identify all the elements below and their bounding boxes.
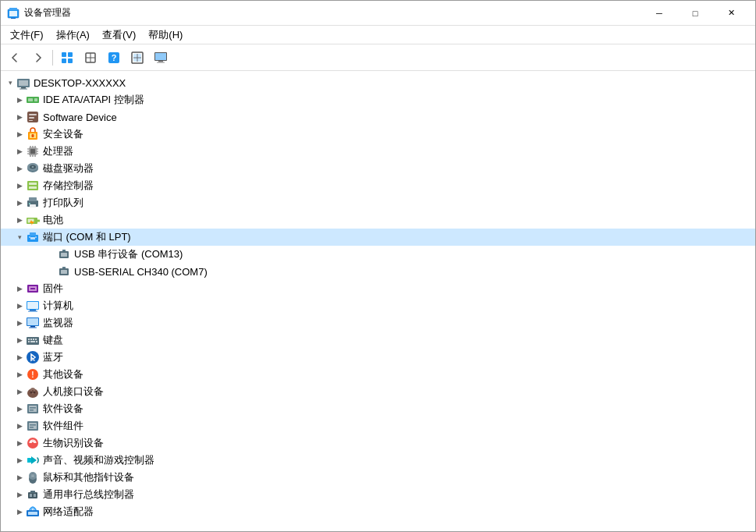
hid-icon [26, 385, 40, 399]
back-button[interactable] [4, 48, 26, 68]
svg-rect-66 [29, 236, 30, 238]
tree-item-ide[interactable]: ▶ IDE ATA/ATAPI 控制器 [1, 91, 755, 108]
svg-rect-80 [27, 318, 38, 325]
tree-item-security[interactable]: ▶ 安全设备 [1, 126, 755, 143]
mouse-expand-icon: ▶ [13, 471, 26, 484]
toolbar-btn-1[interactable] [56, 48, 78, 68]
menu-view[interactable]: 查看(V) [96, 27, 142, 44]
port-expand-icon: ▾ [13, 231, 26, 243]
tree-root[interactable]: ▾ DESKTOP-XXXXXX [1, 74, 755, 91]
svg-rect-58 [30, 204, 36, 207]
tree-item-bluetooth[interactable]: ▶ 蓝牙 [1, 349, 755, 366]
svg-rect-57 [29, 197, 37, 201]
svg-rect-74 [30, 288, 35, 289]
toolbar-btn-3[interactable] [126, 48, 148, 68]
serial-expand-icon: ▶ [13, 488, 26, 501]
tree-item-sw-component[interactable]: ▶ 软件组件 [1, 417, 755, 434]
close-button[interactable]: ✕ [713, 1, 749, 26]
tree-item-sw-device[interactable]: ▶ 软件设备 [1, 400, 755, 417]
print-expand-icon: ▶ [13, 197, 26, 209]
firmware-icon [26, 282, 40, 296]
tree-item-print[interactable]: ▶ 打印队列 [1, 194, 755, 211]
other-icon: ! [26, 367, 40, 381]
svg-rect-86 [33, 339, 34, 340]
menu-help[interactable]: 帮助(H) [142, 27, 189, 44]
tree-item-processor[interactable]: ▶ [1, 143, 755, 160]
usb1-icon [57, 247, 71, 261]
tree-item-port[interactable]: ▾ 端口 (COM 和 LPT) [1, 229, 755, 246]
monitor-expand-icon: ▶ [13, 317, 26, 329]
svg-text:?: ? [112, 53, 117, 62]
svg-rect-4 [62, 52, 66, 57]
hid-expand-icon: ▶ [13, 385, 26, 398]
toolbar-btn-2[interactable] [80, 48, 101, 68]
sw-device-expand-icon: ▶ [13, 403, 26, 415]
svg-rect-89 [30, 341, 35, 342]
svg-rect-114 [30, 494, 32, 497]
tree-item-sound[interactable]: ▶ 声音、视频和游戏控制器 [1, 452, 755, 469]
firmware-expand-icon: ▶ [13, 282, 26, 295]
maximize-button[interactable]: □ [677, 1, 713, 26]
disk-icon [26, 161, 40, 176]
other-label: 其他设备 [43, 367, 83, 381]
processor-label: 处理器 [43, 144, 73, 158]
toolbar: ? [1, 44, 755, 71]
tree-item-storage[interactable]: ▶ 存储控制器 [1, 177, 755, 194]
sw-component-icon [26, 419, 40, 433]
tree-item-software[interactable]: ▶ Software Device [1, 108, 755, 126]
svg-rect-102 [30, 410, 34, 411]
ide-label: IDE ATA/ATAPI 控制器 [43, 93, 144, 107]
svg-rect-34 [32, 134, 34, 137]
svg-rect-115 [34, 494, 36, 497]
menu-file[interactable]: 文件(F) [4, 27, 50, 44]
tree-item-serial[interactable]: ▶ 通用串行总线控制器 [1, 486, 755, 503]
menu-bar: 文件(F) 操作(A) 查看(V) 帮助(H) [1, 26, 755, 44]
monitor-label: 监视器 [43, 316, 73, 330]
svg-rect-6 [62, 59, 66, 63]
svg-point-112 [31, 474, 34, 478]
usb2-label: USB-SERIAL CH340 (COM7) [74, 266, 208, 278]
svg-rect-59 [29, 203, 30, 204]
tree-item-usb2[interactable]: ▶ USB-SERIAL CH340 (COM7) [1, 263, 755, 280]
disk-expand-icon: ▶ [13, 162, 26, 175]
port-label: 端口 (COM 和 LPT) [43, 230, 131, 244]
svg-rect-78 [28, 311, 37, 312]
svg-rect-27 [34, 98, 37, 101]
tree-item-other[interactable]: ▶ ! 其他设备 [1, 366, 755, 383]
svg-rect-88 [28, 341, 30, 342]
device-tree[interactable]: ▾ DESKTOP-XXXXXX ▶ [1, 71, 755, 531]
tree-item-computer[interactable]: ▶ 计算机 [1, 297, 755, 314]
tree-item-usb1[interactable]: ▶ USB 串行设备 (COM13) [1, 246, 755, 263]
keyboard-icon [26, 333, 40, 347]
tree-item-battery[interactable]: ▶ 电池 [1, 211, 755, 229]
tree-item-biometric[interactable]: ▶ 生物识别设备 [1, 434, 755, 452]
main-content: ▾ DESKTOP-XXXXXX ▶ [1, 71, 755, 531]
svg-rect-84 [28, 339, 30, 340]
storage-label: 存储控制器 [43, 179, 94, 193]
toolbar-btn-monitor[interactable] [150, 48, 172, 68]
sw-device-icon [26, 402, 40, 416]
tree-item-firmware[interactable]: ▶ 固件 [1, 280, 755, 297]
tree-item-mouse[interactable]: ▶ 鼠标和其他指针设备 [1, 469, 755, 486]
svg-rect-101 [30, 407, 36, 409]
menu-action[interactable]: 操作(A) [50, 27, 96, 44]
svg-point-52 [32, 166, 34, 168]
svg-rect-22 [19, 80, 28, 86]
tree-item-keyboard[interactable]: ▶ 键盘 [1, 332, 755, 349]
device-manager-window: 设备管理器 ─ □ ✕ 文件(F) 操作(A) 查看(V) 帮助(H) [0, 0, 756, 532]
svg-rect-108 [27, 458, 31, 463]
sound-icon [26, 453, 40, 467]
tree-item-disk[interactable]: ▶ 磁盘驱动器 [1, 160, 755, 177]
svg-rect-1 [9, 8, 17, 10]
forward-button[interactable] [27, 48, 49, 68]
help-button[interactable]: ? [103, 48, 125, 68]
sw-component-label: 软件组件 [43, 419, 83, 433]
svg-rect-36 [30, 149, 35, 154]
storage-expand-icon: ▶ [13, 179, 26, 192]
minimize-button[interactable]: ─ [641, 1, 677, 26]
tree-item-network[interactable]: ▶ 网络适配器 [1, 503, 755, 520]
tree-item-monitor[interactable]: ▶ 监视器 [1, 314, 755, 332]
bluetooth-icon [26, 350, 40, 364]
security-expand-icon: ▶ [13, 128, 26, 140]
tree-item-hid[interactable]: ▶ 人机接口设备 [1, 383, 755, 400]
